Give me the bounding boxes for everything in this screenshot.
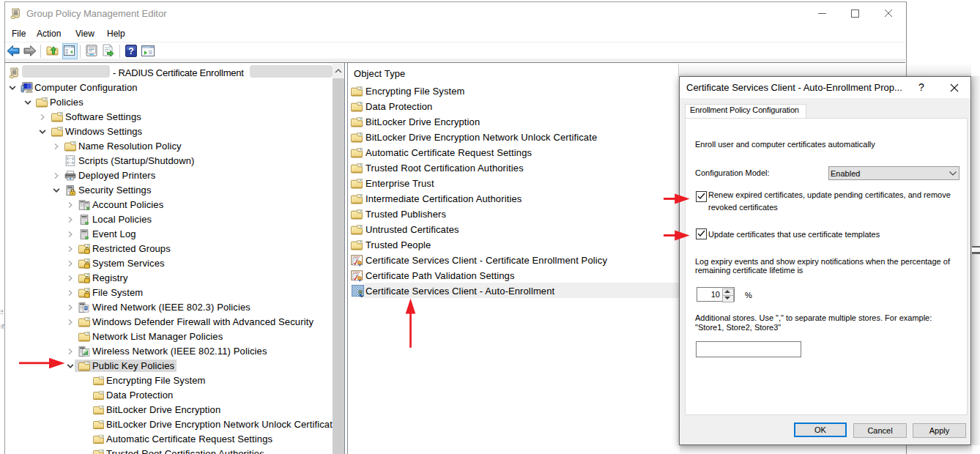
svg-text:?: ? (128, 46, 133, 56)
